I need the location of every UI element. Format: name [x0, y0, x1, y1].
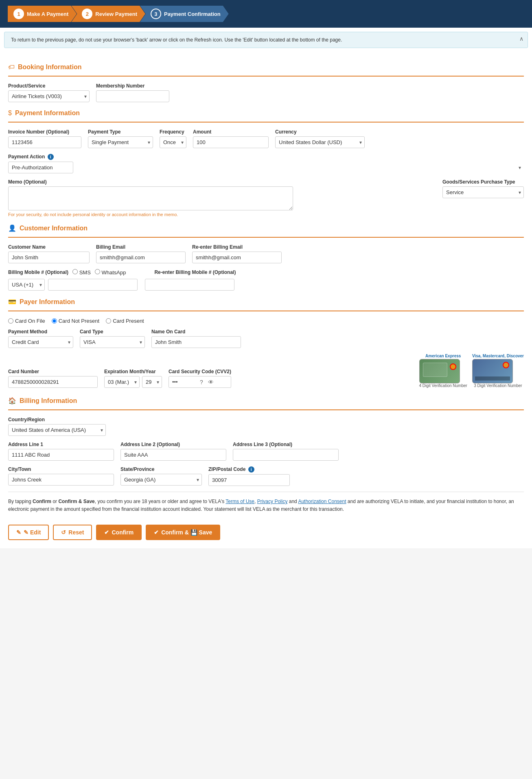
card-present-label[interactable]: Card Present [106, 318, 144, 324]
cvv-help-button[interactable]: ? [197, 377, 206, 387]
payment-section-header: $ Payment Information [8, 109, 524, 117]
payer-title: Payer Information [20, 298, 75, 306]
terms-link[interactable]: Terms of Use [225, 499, 254, 504]
sms-radio[interactable] [72, 269, 78, 274]
expiry-year-wrapper[interactable]: 29 [142, 376, 162, 388]
card-type-select[interactable]: VISA [80, 336, 145, 348]
name-on-card-group: Name On Card John Smith [151, 329, 241, 348]
currency-select[interactable]: United States Dollar (USD) [275, 136, 365, 148]
goods-services-label: Goods/Services Purchase Type [442, 179, 524, 185]
product-service-select-wrapper[interactable]: Airline Tickets (V003) [8, 90, 90, 102]
payment-method-select-wrapper[interactable]: Credit Card [8, 336, 73, 348]
address2-input[interactable]: Suite AAA [120, 449, 226, 461]
amex-card-box: American Express 4 Digit Verification Nu… [419, 354, 467, 388]
reset-button[interactable]: ↺ Reset [53, 525, 92, 540]
membership-input[interactable] [96, 90, 169, 102]
sms-radio-label[interactable]: SMS [72, 269, 91, 276]
card-on-file-label[interactable]: Card On File [8, 318, 45, 324]
card-not-present-label[interactable]: Card Not Present [52, 318, 99, 324]
step-1[interactable]: 1 Make A Payment [8, 6, 77, 22]
visa-sub: 3 Digit Verification Number [472, 383, 524, 388]
collapse-button[interactable]: ∧ [519, 35, 523, 42]
country-select-wrapper[interactable]: United States of America (USA) [8, 424, 106, 436]
zip-group: ZIP/Postal Code i 30097 [208, 466, 290, 486]
edit-button[interactable]: ✎ ✎ Edit [8, 525, 49, 540]
membership-label: Membership Number [96, 83, 169, 89]
consent-text: By tapping Confirm or Confirm & Save, yo… [8, 492, 524, 519]
confirm-button[interactable]: ✔ Confirm [96, 525, 142, 540]
customer-name-input[interactable]: John Smith [8, 252, 90, 263]
payment-action-select[interactable]: Pre-Authorization [8, 162, 73, 173]
payment-type-select-wrapper[interactable]: Single Payment [88, 136, 153, 148]
reenter-mobile-label: Re-enter Billing Mobile # (Optional) [154, 269, 236, 275]
memo-security-note: For your security, do not include person… [8, 212, 524, 217]
invoice-input[interactable]: 1123456 [8, 136, 81, 148]
auth-link[interactable]: Authorization Consent [298, 499, 346, 504]
frequency-group: Frequency Once [160, 129, 186, 148]
expiry-year-select[interactable]: 29 [142, 376, 162, 388]
whatsapp-radio-label[interactable]: WhatsApp [95, 269, 126, 276]
step-2[interactable]: 2 Review Payment [71, 6, 145, 22]
cvv-input-wrapper[interactable]: ••• ? 👁 [169, 376, 231, 388]
payment-type-group: Payment Type Single Payment [88, 129, 153, 148]
goods-services-select-wrapper[interactable]: Service [442, 186, 524, 198]
payment-method-select[interactable]: Credit Card [8, 336, 73, 348]
phone-input[interactable] [48, 279, 138, 291]
frequency-select-wrapper[interactable]: Once [160, 136, 186, 148]
payment-action-info-icon[interactable]: i [48, 154, 54, 160]
state-select[interactable]: Georgia (GA) [120, 474, 202, 486]
currency-label: Currency [275, 129, 365, 135]
customer-row-1: Customer Name John Smith Billing Email s… [8, 244, 524, 263]
card-not-present-radio[interactable] [52, 318, 57, 324]
amex-label: American Express [419, 354, 467, 358]
whatsapp-radio[interactable] [95, 269, 100, 274]
cvv-input[interactable]: ••• [169, 376, 197, 387]
payment-action-select-wrapper[interactable]: Pre-Authorization [8, 162, 524, 173]
card-type-select-wrapper[interactable]: VISA [80, 336, 145, 348]
address1-input[interactable]: 1111 ABC Road [8, 449, 114, 461]
card-number-group: Card Number 4788250000028291 [8, 369, 98, 388]
cvv-show-button[interactable]: 👁 [206, 377, 216, 387]
frequency-label: Frequency [160, 129, 186, 135]
card-on-file-radio[interactable] [8, 318, 13, 324]
state-select-wrapper[interactable]: Georgia (GA) [120, 474, 202, 486]
payment-type-select[interactable]: Single Payment [88, 136, 153, 148]
frequency-select[interactable]: Once [160, 136, 186, 148]
customer-divider [8, 237, 524, 238]
confirm-save-button[interactable]: ✔ Confirm & 💾 Save [146, 525, 220, 540]
product-service-select[interactable]: Airline Tickets (V003) [8, 90, 90, 102]
step-3[interactable]: 3 Payment Confirmation [140, 6, 229, 22]
name-on-card-label: Name On Card [151, 329, 241, 335]
visa-card-box: Visa, Mastercard, Discover 3 Digit Verif… [472, 354, 524, 388]
stepper: 1 Make A Payment 2 Review Payment 3 Paym… [0, 0, 532, 28]
privacy-link[interactable]: Privacy Policy [257, 499, 288, 504]
zip-info-icon[interactable]: i [248, 466, 254, 473]
address3-input[interactable] [233, 449, 339, 461]
payment-action-group: Payment Action i Pre-Authorization [8, 154, 524, 173]
zip-input[interactable]: 30097 [208, 474, 290, 486]
goods-services-select[interactable]: Service [442, 186, 524, 198]
memo-textarea[interactable] [8, 186, 293, 210]
zip-label: ZIP/Postal Code i [208, 466, 290, 473]
visa-label: Visa, Mastercard, Discover [472, 354, 524, 358]
phone-prefix-wrapper[interactable]: USA (+1) [8, 279, 45, 291]
step-3-label: Payment Confirmation [164, 11, 221, 17]
card-number-input[interactable]: 4788250000028291 [8, 376, 98, 388]
payer-section-header: 💳 Payer Information [8, 298, 524, 306]
amount-input[interactable]: 100 [193, 136, 269, 148]
billing-email-input[interactable]: smithh@gmail.com [96, 252, 186, 263]
city-input[interactable]: Johns Creek [8, 474, 114, 486]
expiry-month-select[interactable]: 03 (Mar.) [104, 376, 140, 388]
expiry-month-wrapper[interactable]: 03 (Mar.) [104, 376, 140, 388]
phone-prefix-select[interactable]: USA (+1) [8, 279, 45, 291]
country-select[interactable]: United States of America (USA) [8, 424, 106, 436]
expiry-label: Expiration Month/Year [104, 369, 162, 374]
reenter-email-input[interactable]: smithh@gmail.com [192, 252, 282, 263]
card-present-radio[interactable] [106, 318, 111, 324]
reenter-mobile-input[interactable] [145, 279, 234, 291]
name-on-card-input[interactable]: John Smith [151, 336, 241, 348]
customer-icon: 👤 [8, 224, 16, 232]
payer-row-1: Payment Method Credit Card Card Type VIS… [8, 329, 524, 348]
currency-select-wrapper[interactable]: United States Dollar (USD) [275, 136, 365, 148]
cvv-group: Card Security Code (CVV2) ••• ? 👁 [169, 369, 231, 388]
